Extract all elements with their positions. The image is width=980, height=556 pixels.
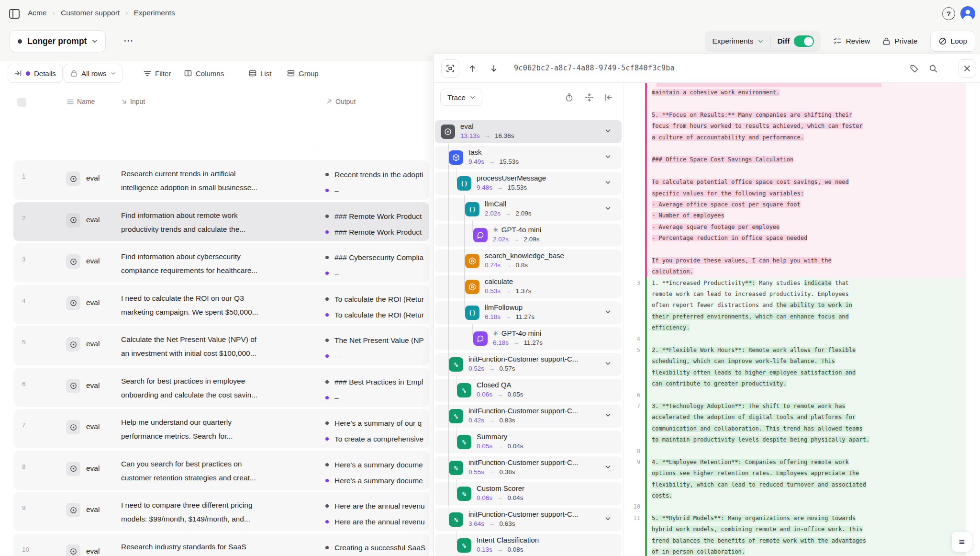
trace-span-summary[interactable]: %Summary0.05s→0.04s (435, 431, 622, 454)
row-output: ### Remote Work Product### Remote Work P… (325, 208, 429, 240)
trace-span-eval[interactable]: eval13.13s→16.36s (435, 120, 622, 143)
table-row[interactable]: 3evalFind information about cybersecurit… (13, 243, 429, 283)
trace-view-dropdown[interactable]: Trace (440, 89, 482, 106)
chevron-down-icon[interactable] (605, 129, 611, 133)
eval-span-icon (441, 125, 455, 139)
breadcrumb-section[interactable]: Experiments (134, 9, 175, 17)
chevron-down-icon[interactable] (605, 206, 611, 210)
user-avatar[interactable] (960, 6, 975, 21)
span-durations: 9.49s→15.53s (468, 158, 519, 165)
table-row[interactable]: 7evalHelp me understand our quarterlyper… (13, 409, 429, 448)
group-button[interactable]: Group (287, 64, 319, 83)
tree-connector-line (448, 324, 449, 351)
table-row[interactable]: 1evalResearch current trends in artifici… (13, 160, 429, 200)
chevron-down-icon[interactable] (605, 181, 611, 184)
help-icon[interactable]: ? (942, 7, 955, 20)
span-name: llmCall (485, 200, 600, 208)
list-icon (249, 70, 256, 77)
trace-span-processusermessage[interactable]: ()processUserMessage9.48s→15.53s (435, 172, 622, 195)
duration-current: 2.02s (485, 210, 501, 217)
trace-span-llmfollowup[interactable]: ()llmFollowup6.18s→11.27s (435, 301, 622, 324)
duration-current: 3.64s (468, 520, 484, 527)
trace-span-llmcall[interactable]: ()llmCall2.02s→2.09s (435, 198, 622, 221)
sidebar-toggle-icon[interactable] (9, 9, 20, 19)
columns-button[interactable]: Columns (184, 64, 224, 83)
trace-span-search-knowledge-base[interactable]: search_knowledge_base0.74s→0.8s (435, 250, 622, 272)
trace-span-initfunction-customer-support-c-[interactable]: %initFunction-Customer support-C...3.64s… (435, 508, 622, 531)
chevron-down-icon[interactable] (605, 362, 611, 365)
tree-connector-line (448, 221, 449, 247)
trace-span-custom-scorer[interactable]: %Custom Scorer0.06s→0.04s (435, 482, 622, 505)
breadcrumb-org[interactable]: Acme (28, 9, 47, 17)
column-header-input[interactable]: Input (121, 98, 145, 105)
arrow-right-icon: → (513, 339, 520, 346)
app-header: Acme › Customer support › Experiments ? … (0, 0, 980, 61)
diff-added-line: communication and collaboration. This tr… (647, 423, 966, 434)
table-row[interactable]: 5evalCalculate the Net Present Value (NP… (13, 326, 429, 365)
private-button[interactable]: Private (882, 37, 917, 45)
chevron-down-icon[interactable] (605, 413, 611, 417)
next-row-button[interactable] (490, 64, 498, 73)
column-header-name[interactable]: Name (67, 98, 95, 105)
search-icon[interactable] (929, 64, 938, 73)
trace-span-initfunction-customer-support-c-[interactable]: %initFunction-Customer support-C...0.52s… (435, 353, 622, 376)
trace-span-closed-qa[interactable]: %Closed QA0.06s→0.05s (435, 379, 622, 402)
chevron-down-icon[interactable] (605, 155, 611, 159)
diff-added-line: scheduling, which can improve work-life … (647, 356, 966, 367)
table-row[interactable]: 6evalSearch for best practices in employ… (13, 368, 429, 407)
line-number: 5 (624, 345, 640, 356)
row-output: Recent trends in the adopti– (325, 167, 429, 198)
tree-connector-line (448, 376, 449, 402)
collapse-panel-toggle[interactable] (604, 93, 613, 102)
line-number: 11 (624, 513, 640, 524)
row-number: 6 (22, 380, 26, 387)
trace-span-gpt-4o-mini[interactable]: ✳GPT-4o mini2.02s→2.09s (435, 224, 622, 247)
chevron-down-icon[interactable] (605, 465, 611, 469)
select-all-checkbox[interactable] (17, 98, 26, 107)
trace-span-gpt-4o-mini[interactable]: ✳GPT-4o mini6.18s→11.27s (435, 327, 622, 350)
review-button[interactable]: Review (833, 37, 870, 45)
timing-toggle[interactable] (565, 93, 574, 102)
list-button[interactable]: List (249, 64, 271, 83)
experiment-selector[interactable]: Longer prompt (10, 30, 106, 52)
previous-row-button[interactable] (468, 64, 477, 73)
line-number: 9 (624, 457, 640, 468)
trace-span-calculate[interactable]: calculate0.53s→1.37s (435, 275, 622, 298)
table-row[interactable]: 2evalFind information about remote workp… (13, 202, 429, 241)
diff-toggle[interactable] (794, 35, 814, 47)
chevron-down-icon[interactable] (605, 517, 611, 521)
row-name: eval (86, 340, 100, 348)
expand-fullscreen-button[interactable] (441, 59, 459, 78)
output-bullet (325, 354, 329, 358)
table-row[interactable]: 4evalI need to calculate the ROI on our … (13, 285, 429, 324)
stopwatch-icon (565, 93, 574, 102)
trace-span-intent-classification[interactable]: %Intent Classification0.13s→0.08s (435, 534, 622, 556)
tag-icon[interactable] (910, 64, 919, 73)
close-panel-button[interactable] (958, 59, 976, 78)
collapse-all-toggle[interactable] (585, 93, 594, 102)
trace-span-initfunction-customer-support-c-[interactable]: %initFunction-Customer support-C...0.55s… (435, 456, 622, 479)
trace-span-task[interactable]: task9.49s→15.53s (435, 146, 622, 169)
diff-content[interactable]: maintain a cohesive work environment.5. … (624, 83, 980, 556)
chevron-down-icon[interactable] (605, 310, 611, 314)
span-durations: 2.02s→2.09s (485, 210, 532, 217)
trace-id[interactable]: 9c062bc2-a8c7-4a88-9749-5cf840f3c9ba (514, 64, 675, 72)
toggle-raw-button[interactable]: ≡ (951, 531, 972, 552)
trace-span-initfunction-customer-support-c-[interactable]: %initFunction-Customer support-C...0.42s… (435, 405, 622, 428)
breadcrumb-project[interactable]: Customer support (61, 9, 120, 17)
details-button[interactable]: Details (8, 64, 63, 83)
table-row[interactable]: 8evalCan you search for best practices o… (13, 451, 429, 490)
loop-button[interactable]: Loop (930, 31, 975, 52)
table-toolbar: Details All rows Filter Columns List Gro… (0, 61, 433, 90)
table-row[interactable]: 10evalResearch industry standards for Sa… (13, 533, 429, 556)
row-output: Here's a summary documeHere's a summary … (325, 457, 429, 488)
row-output: ### Cybersecurity Complia– (325, 250, 429, 281)
filter-button[interactable]: Filter (144, 64, 171, 83)
more-menu-button[interactable]: ⋯ (123, 35, 134, 46)
rows-filter-dropdown[interactable]: All rows (64, 64, 122, 83)
diff-added-line: remote work can lead to increased produc… (647, 289, 966, 300)
column-header-output[interactable]: Output (326, 98, 356, 105)
span-name: calculate (485, 277, 600, 285)
view-selector[interactable]: Experiments (705, 37, 770, 45)
table-row[interactable]: 9evalI need to compare three different p… (13, 492, 429, 531)
